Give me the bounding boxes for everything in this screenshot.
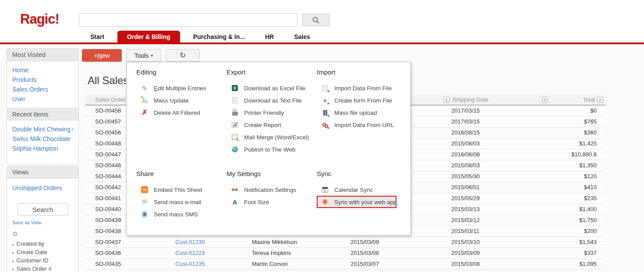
filter-customer-id[interactable]: ▸Customer ID	[12, 257, 73, 265]
envelope-icon: ✉	[141, 198, 149, 206]
recent-item-swiss-milk[interactable]: Swiss Milk Chocolate	[12, 134, 73, 144]
menu-item-publish-web[interactable]: Publish to The Web	[226, 143, 314, 155]
tools-dropdown-menu: Editing ✎ Edit Multiple Entries ✎ Mass U…	[126, 62, 411, 236]
recent-item-sophia-hampton[interactable]: Sophia Hampton	[12, 144, 73, 153]
menu-item-printer-friendly[interactable]: Printer Friendly	[226, 106, 314, 119]
section-title-sync: Sync	[317, 170, 404, 177]
menu-section-my-settings: My Settings Notification Settings A Font…	[226, 170, 314, 208]
mail-merge-icon: ✎	[231, 133, 239, 141]
excel-icon: X	[231, 84, 239, 92]
chevron-right-icon: ▸	[12, 251, 14, 255]
menu-item-import-data-file[interactable]: ▲ Import Data From File	[317, 82, 404, 94]
section-title-import: Import	[317, 68, 404, 76]
import-file-icon: ▲	[321, 84, 329, 92]
menu-section-sync: Sync 1, Calendar Sync ✳ Sync with your w…	[317, 170, 404, 208]
menu-section-import: Import ▲ Import Data From File +▲ Create…	[317, 68, 404, 131]
menu-item-create-form-file[interactable]: +▲ Create form From File	[317, 94, 404, 106]
menu-item-edit-multiple-entries[interactable]: ✎ Edit Multiple Entries	[136, 82, 224, 94]
sidebar-item-user[interactable]: User	[12, 94, 73, 104]
recent-items-header: Recent Items	[7, 108, 78, 120]
filter-dropdown-icon[interactable]: ▼	[542, 97, 548, 103]
menu-item-import-data-url[interactable]: ▲ Import Data From URL	[317, 119, 404, 131]
sidebar-item-products[interactable]: Products	[12, 75, 73, 85]
refresh-icon: ↻	[180, 51, 186, 60]
filter-create-date[interactable]: ▸Create Date	[12, 248, 73, 257]
section-title-my-settings: My Settings	[226, 170, 314, 177]
tab-sales[interactable]: Sales	[287, 31, 317, 42]
most-visited-header: Most Visited	[7, 49, 78, 61]
caret-down-icon: ▾	[151, 53, 153, 58]
tab-order-billing[interactable]: Order & Billing	[117, 31, 180, 42]
table-row[interactable]: SO-00437Cust-01230Maxine Mikkelson2015/0…	[85, 237, 605, 248]
menu-item-send-mass-sms[interactable]: Send mass SMS	[136, 208, 224, 220]
sms-phone-icon	[141, 210, 149, 218]
menu-section-share: Share <> Embed This Sheet ✉ Send mass e-…	[136, 170, 224, 220]
menu-item-delete-all-filtered[interactable]: ✗ Delete All Filtered	[136, 106, 224, 119]
menu-section-export: Export X Download as Excel File Download…	[226, 68, 314, 155]
section-title-export: Export	[226, 68, 314, 76]
menu-item-create-report[interactable]: Create Report	[226, 119, 314, 131]
section-title-share: Share	[136, 170, 224, 177]
tab-purchasing[interactable]: Purchasing & In...	[186, 31, 252, 42]
menu-item-mass-file-upload[interactable]: ▲ Mass file upload	[317, 106, 404, 119]
sidebar-item-home[interactable]: Home	[12, 65, 73, 75]
table-row[interactable]: SO-00436Cust-01223Teresa Hopkins2015/03/…	[85, 248, 605, 259]
menu-item-download-text[interactable]: Download as Text File	[226, 94, 314, 106]
menu-item-mass-update[interactable]: ✎ Mass Update	[136, 94, 224, 106]
menu-item-embed-sheet[interactable]: <> Embed This Sheet	[136, 184, 224, 196]
menu-item-sync-web-app[interactable]: ✳ Sync with your web app	[317, 196, 396, 208]
search-icon	[312, 16, 320, 24]
tools-button[interactable]: Tools▾	[126, 49, 161, 62]
column-header-sales-order[interactable]: Sales Order	[95, 95, 125, 105]
search-button[interactable]	[302, 14, 329, 26]
mass-file-upload-icon: ▲	[321, 109, 329, 117]
recent-item-double-mint[interactable]: Double Mint Chewing G	[12, 124, 73, 134]
tab-hr[interactable]: HR	[258, 31, 281, 42]
report-icon	[231, 121, 239, 129]
tab-start[interactable]: Start	[83, 31, 111, 42]
section-title-editing: Editing	[136, 68, 224, 76]
view-unshipped-orders[interactable]: Unshipped Orders	[12, 183, 73, 193]
app-header: Ragic! Start Order & Billing Purchasing …	[0, 0, 644, 42]
column-header-shipping-date[interactable]: Shipping Date	[453, 95, 488, 105]
gear-icon[interactable]: ⚙	[12, 230, 73, 237]
sidebar-item-sales-orders[interactable]: Sales Orders	[12, 85, 73, 94]
sidebar-views-box: Views Unshipped Orders Search Save as Vi…	[7, 166, 79, 272]
filter-dropdown-icon[interactable]: ▼	[597, 97, 603, 103]
save-as-view-link[interactable]: Save as View	[12, 220, 41, 225]
text-file-icon	[231, 96, 239, 104]
filter-dropdown-icon[interactable]: ▼	[443, 97, 449, 103]
font-size-icon: A	[231, 198, 239, 206]
menu-item-send-mass-email[interactable]: ✉ Send mass e-mail	[136, 196, 224, 208]
chevron-right-icon: ▸	[12, 242, 14, 247]
page-title: All Sales	[88, 74, 128, 87]
embed-code-icon: <>	[141, 186, 149, 194]
column-header-total[interactable]: Total	[583, 95, 595, 105]
filter-sales-order[interactable]: ▸Sales Order #	[12, 265, 73, 272]
create-form-icon: +▲	[321, 96, 329, 104]
chevron-right-icon: ▸	[12, 267, 14, 272]
globe-icon	[231, 145, 239, 153]
menu-item-font-size[interactable]: A Font Size	[226, 196, 314, 208]
calendar-icon: 1,	[321, 186, 329, 194]
pencil-icon: ✎	[141, 84, 149, 92]
printer-icon	[231, 109, 239, 117]
menu-section-editing: Editing ✎ Edit Multiple Entries ✎ Mass U…	[136, 68, 224, 119]
glasses-icon	[231, 186, 239, 194]
menu-item-notification-settings[interactable]: Notification Settings	[226, 184, 314, 196]
sidebar-most-visited-box: Most Visited Home Products Sales Orders …	[7, 48, 79, 164]
new-button[interactable]: +New	[82, 49, 122, 62]
menu-item-download-excel[interactable]: X Download as Excel File	[226, 82, 314, 94]
delete-x-icon: ✗	[141, 109, 149, 117]
refresh-button[interactable]: ↻	[166, 49, 200, 62]
import-url-icon: ▲	[321, 121, 329, 129]
tab-bar: Start Order & Billing Purchasing & In...…	[83, 31, 323, 42]
mass-update-icon: ✎	[141, 96, 149, 104]
search-input[interactable]	[79, 13, 298, 27]
filter-created-by[interactable]: ▸Created by	[12, 240, 73, 248]
views-header: Views	[7, 166, 78, 179]
menu-item-calendar-sync[interactable]: 1, Calendar Sync	[317, 184, 404, 196]
sidebar-search-button[interactable]: Search	[18, 203, 68, 215]
table-row[interactable]: SO-00435Cust-01235Martin Corson2015/03/0…	[85, 259, 605, 270]
menu-item-mail-merge[interactable]: ✎ Mail Merge (Word/Excel)	[226, 131, 314, 143]
